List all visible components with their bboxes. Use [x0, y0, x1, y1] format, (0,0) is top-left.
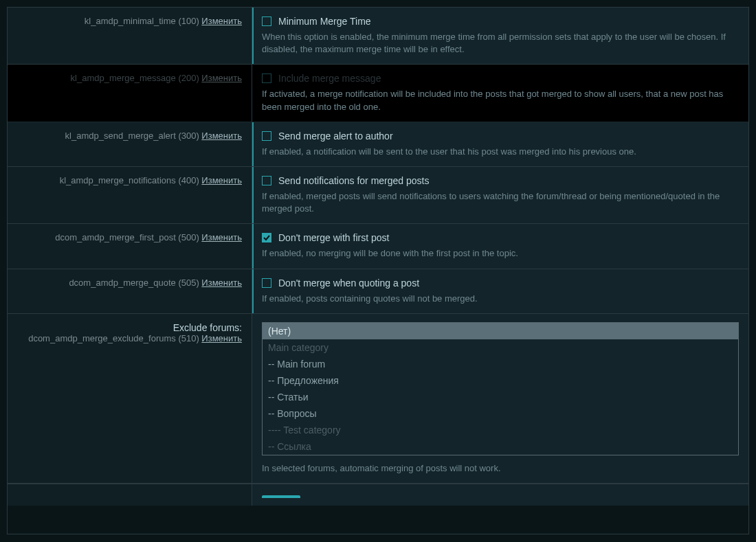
- listbox-option: ---- Test category: [263, 422, 738, 438]
- option-row: dcom_amdp_merge_first_post (500) Изменит…: [8, 224, 748, 269]
- checkbox-icon[interactable]: [262, 74, 271, 83]
- listbox-option[interactable]: -- Main forum: [263, 356, 738, 372]
- listbox-option[interactable]: -- Статьи: [263, 389, 738, 405]
- footer-left: [8, 484, 252, 506]
- option-title[interactable]: Include merge message: [278, 73, 381, 84]
- option-content: Minimum Merge Time When this option is e…: [252, 8, 748, 64]
- listbox-option: -- Ссылка: [263, 438, 738, 455]
- option-key: kl_amdp_minimal_time (100): [85, 16, 199, 26]
- exclude-label: Exclude forums:: [17, 322, 242, 333]
- option-content: Send notifications for merged posts If e…: [252, 167, 748, 223]
- listbox-option: Main category: [263, 339, 738, 356]
- option-key-cell: Exclude forums: dcom_amdp_merge_exclude_…: [8, 314, 252, 483]
- listbox-option[interactable]: -- Вопросы: [263, 405, 738, 422]
- option-title[interactable]: Minimum Merge Time: [278, 16, 371, 27]
- edit-link[interactable]: Изменить: [201, 278, 242, 288]
- checkbox-icon[interactable]: [262, 16, 271, 26]
- option-desc: If enabled, merged posts will send notif…: [262, 190, 739, 215]
- checkbox-icon[interactable]: [262, 131, 271, 141]
- option-row: dcom_amdp_merge_quote (505) Изменить Don…: [8, 269, 748, 314]
- option-title[interactable]: Don't merge with first post: [278, 232, 389, 243]
- option-content: Don't merge when quoting a post If enabl…: [252, 269, 748, 313]
- save-button[interactable]: [262, 495, 300, 498]
- option-row: kl_amdp_merge_notifications (400) Измени…: [8, 167, 748, 224]
- option-key-cell: kl_amdp_merge_notifications (400) Измени…: [8, 167, 252, 223]
- edit-link[interactable]: Изменить: [201, 16, 242, 26]
- checkbox-checked-icon[interactable]: [262, 233, 271, 242]
- edit-link[interactable]: Изменить: [201, 175, 242, 185]
- option-key-cell: kl_amdp_merge_message (200) Изменить: [8, 65, 252, 121]
- option-key-cell: dcom_amdp_merge_quote (505) Изменить: [8, 269, 252, 313]
- option-key: dcom_amdp_merge_first_post (500): [55, 232, 199, 242]
- option-row: kl_amdp_minimal_time (100) Изменить Mini…: [8, 8, 748, 65]
- option-key: dcom_amdp_merge_exclude_forums (510): [28, 333, 199, 343]
- option-content: Include merge message If activated, a me…: [252, 65, 748, 121]
- option-desc: When this option is enabled, the minimum…: [262, 31, 739, 56]
- option-title[interactable]: Send merge alert to author: [278, 131, 393, 142]
- footer-row: [8, 484, 748, 506]
- option-row: kl_amdp_send_merge_alert (300) Изменить …: [8, 122, 748, 167]
- footer-right: [252, 484, 748, 506]
- option-key: kl_amdp_merge_notifications (400): [60, 175, 199, 185]
- option-key-cell: kl_amdp_minimal_time (100) Изменить: [8, 8, 252, 64]
- checkbox-icon[interactable]: [262, 176, 271, 185]
- exclude-desc: In selected forums, automatic merging of…: [262, 462, 739, 475]
- option-desc: If activated, a merge notification will …: [262, 88, 739, 113]
- option-content: Don't merge with first post If enabled, …: [252, 224, 748, 268]
- option-row: kl_amdp_merge_message (200) Изменить Inc…: [8, 65, 748, 122]
- edit-link[interactable]: Изменить: [201, 131, 242, 141]
- checkbox-icon[interactable]: [262, 278, 271, 288]
- edit-link[interactable]: Изменить: [201, 232, 242, 242]
- option-content: Send merge alert to author If enabled, a…: [252, 122, 748, 166]
- option-key: kl_amdp_send_merge_alert (300): [65, 131, 199, 141]
- forums-listbox[interactable]: (Нет)Main category-- Main forum-- Предло…: [262, 322, 739, 455]
- option-key: dcom_amdp_merge_quote (505): [69, 278, 199, 288]
- edit-link[interactable]: Изменить: [201, 73, 242, 83]
- option-desc: If enabled, a notification will be sent …: [262, 146, 739, 158]
- option-key-cell: dcom_amdp_merge_first_post (500) Изменит…: [8, 224, 252, 268]
- option-desc: If enabled, no merging will be done with…: [262, 247, 739, 260]
- exclude-forums-row: Exclude forums: dcom_amdp_merge_exclude_…: [8, 314, 748, 484]
- option-title[interactable]: Send notifications for merged posts: [278, 175, 429, 186]
- option-title[interactable]: Don't merge when quoting a post: [278, 278, 419, 289]
- listbox-option[interactable]: (Нет): [263, 323, 738, 339]
- option-desc: If enabled, posts containing quotes will…: [262, 293, 739, 305]
- option-key: kl_amdp_merge_message (200): [71, 73, 199, 83]
- listbox-option[interactable]: -- Предложения: [263, 372, 738, 389]
- exclude-content: (Нет)Main category-- Main forum-- Предло…: [252, 314, 748, 483]
- edit-link[interactable]: Изменить: [201, 333, 242, 343]
- option-key-cell: kl_amdp_send_merge_alert (300) Изменить: [8, 122, 252, 166]
